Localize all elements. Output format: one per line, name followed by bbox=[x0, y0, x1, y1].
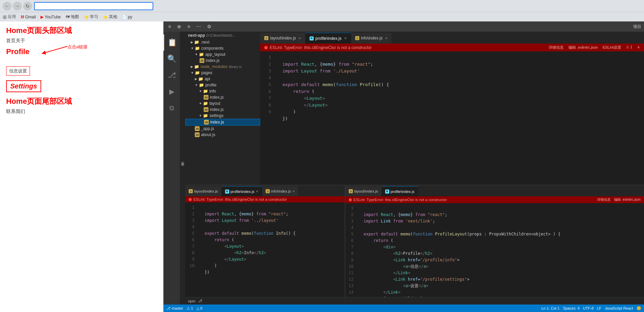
bookmark-other[interactable]: ⭐ 其他 bbox=[103, 14, 117, 20]
tab-icon-profile: R bbox=[310, 36, 314, 40]
bl-tab-label-layout: layout\index.js bbox=[194, 189, 218, 193]
tab-close-layout[interactable]: ✕ bbox=[298, 36, 301, 40]
side-label: 文件夹 bbox=[180, 32, 185, 305]
bookmarks-bar: ⊞ 应用 M Gmail ▶ YouTube 🗺 地图 ⭐ 学习 ⭐ 其他 📄 … bbox=[0, 12, 644, 21]
tree-item-app-layout-index[interactable]: JS index.js bbox=[185, 58, 260, 64]
tab-profile-index[interactable]: R profile\index.js ✕ bbox=[305, 33, 351, 44]
other-label: 其他 bbox=[109, 14, 117, 20]
chevron-down-icon4: ▼ bbox=[195, 83, 198, 87]
tree-item-next[interactable]: ▶ 📁 .next bbox=[185, 39, 260, 45]
bookmark-py[interactable]: 📄 py bbox=[122, 15, 132, 19]
tree-item-info-index[interactable]: JS index.js bbox=[185, 94, 260, 100]
activity-debug[interactable]: ▶ bbox=[163, 83, 180, 100]
feedback-icon[interactable]: 😊 bbox=[637, 306, 641, 311]
bl-code-content[interactable]: 12345678910 import React, {memo} from "r… bbox=[185, 202, 345, 297]
bl-tab-icon-info: J bbox=[266, 189, 270, 193]
lang-status[interactable]: JavaScript React bbox=[605, 306, 633, 310]
next-label: .next bbox=[201, 40, 209, 45]
activity-explorer[interactable]: 📋 bbox=[163, 34, 180, 51]
chevron-right-icon2: ▶ bbox=[191, 65, 193, 68]
main-code-content[interactable]: 1 2 3 4 5 6 7 8 9 import React, {memo} bbox=[260, 51, 644, 185]
settings-folder-icon: 📁 bbox=[203, 113, 208, 118]
tree-item-about[interactable]: JS about.js bbox=[185, 132, 260, 138]
git-branch-status[interactable]: ⎇ master bbox=[166, 306, 183, 311]
bl-tab-info[interactable]: J info\index.js ✕ bbox=[262, 186, 299, 196]
warnings-status[interactable]: △ 0 bbox=[197, 306, 202, 311]
error-action-settings[interactable]: ESLint设置 bbox=[602, 45, 621, 50]
br-tab-icon-profile: R bbox=[385, 190, 389, 194]
error-action-detail[interactable]: 详细信息 bbox=[549, 45, 564, 50]
bookmark-study[interactable]: ⭐ 学习 bbox=[84, 14, 98, 20]
about-label: about.js bbox=[201, 132, 215, 137]
tree-item-layout[interactable]: ▼ 📁 layout bbox=[185, 100, 260, 106]
tree-item-node-modules[interactable]: ▶ 📁 node_modules library rc bbox=[185, 64, 260, 70]
error-action-edit[interactable]: 编辑 .eslintrc.json bbox=[568, 45, 598, 50]
settings-box[interactable]: Settings bbox=[6, 80, 41, 92]
tree-item-app[interactable]: JS _app.js bbox=[185, 126, 260, 132]
bookmark-gmail[interactable]: M Gmail bbox=[21, 15, 36, 19]
info-folder-label: info bbox=[209, 89, 216, 94]
git-icon: ⎇ bbox=[198, 299, 202, 303]
errors-status[interactable]: ⚠ 1 bbox=[187, 306, 193, 311]
bl-tab-layout[interactable]: J layout\index.js bbox=[185, 186, 222, 196]
toolbar-icon-more[interactable]: ⋯ bbox=[194, 23, 203, 30]
js-file-icon: JS bbox=[200, 58, 204, 63]
activity-search[interactable]: 🔍 bbox=[163, 51, 180, 67]
toolbar-icon-split[interactable]: ≡ bbox=[185, 23, 192, 30]
chevron-down-icon2: ▼ bbox=[195, 53, 198, 56]
root-label: next-app bbox=[188, 33, 205, 38]
tree-item-profile[interactable]: ▼ 📁 profile bbox=[185, 82, 260, 88]
layout-folder-icon: 📁 bbox=[203, 101, 208, 106]
tree-item-layout-index[interactable]: JS index.js bbox=[185, 106, 260, 113]
toolbar-icon-new[interactable]: ⊕ bbox=[175, 23, 183, 30]
bookmark-apps[interactable]: ⊞ 应用 bbox=[3, 14, 16, 20]
tab-layout-index[interactable]: J layout\index.js ✕ bbox=[260, 33, 305, 44]
br-tab-layout[interactable]: J layout\index.js bbox=[345, 186, 382, 196]
tree-item-settings-index[interactable]: JS index.js bbox=[185, 119, 260, 126]
tree-item-info[interactable]: ▼ 📁 info bbox=[185, 88, 260, 94]
main-code-editor: J layout\index.js ✕ R profile\index.js ✕… bbox=[260, 32, 644, 185]
tree-item-pages[interactable]: ▼ 📁 pages bbox=[185, 70, 260, 76]
spaces-status[interactable]: Spaces: 4 bbox=[563, 306, 580, 310]
tree-item-settings[interactable]: ▼ 📁 settings bbox=[185, 113, 260, 119]
format-status[interactable]: LF bbox=[597, 306, 601, 310]
bl-tab-close-profile[interactable]: ✕ bbox=[256, 190, 258, 193]
back-button[interactable]: ← bbox=[3, 2, 12, 11]
tree-item-components[interactable]: ▼ 📁 components bbox=[185, 45, 260, 51]
br-error-action-detail[interactable]: 详细信息 bbox=[597, 197, 611, 202]
section2-link[interactable]: 联系我们 bbox=[6, 109, 157, 115]
info-settings-label: 信息设置 bbox=[9, 68, 27, 73]
encoding-status[interactable]: UTF-8 bbox=[583, 306, 594, 310]
bookmark-maps[interactable]: 🗺 地图 bbox=[66, 14, 79, 20]
toolbar-icon-menu[interactable]: ≡ bbox=[166, 23, 173, 30]
bl-tab-profile[interactable]: R profile\index.js ✕ bbox=[222, 186, 262, 196]
tab-info-index[interactable]: J info\index.js ✕ bbox=[351, 33, 392, 44]
toolbar-icon-settings[interactable]: ⚙ bbox=[205, 23, 214, 30]
br-tab-label-layout: layout\index.js bbox=[354, 189, 378, 193]
br-error-action-edit[interactable]: 编辑 .eslintrc.json bbox=[614, 197, 641, 202]
tree-item-app-layout[interactable]: ▼ 📁 app_layout bbox=[185, 51, 260, 58]
file-tree-root[interactable]: next-app D:\CWork\WebSt... bbox=[185, 32, 260, 39]
tab-close-info[interactable]: ✕ bbox=[385, 36, 388, 40]
refresh-button[interactable]: ↻ bbox=[23, 2, 32, 11]
address-bar[interactable]: localhost:3000/profile/settings bbox=[34, 2, 153, 10]
gmail-label: Gmail bbox=[25, 15, 36, 19]
py-label: py bbox=[128, 15, 132, 19]
expand-icon[interactable]: ∧ bbox=[637, 45, 640, 50]
maps-label: 地图 bbox=[71, 14, 79, 20]
tab-close-profile[interactable]: ✕ bbox=[344, 36, 347, 40]
bl-tab-label-info: info\index.js bbox=[271, 189, 291, 193]
line-col-status[interactable]: Ln 1, Col 1 bbox=[541, 306, 560, 310]
br-code-content[interactable]: 1234567891011121314151617 import React, … bbox=[345, 203, 644, 297]
section1-link[interactable]: 首页关于 bbox=[6, 38, 157, 44]
activity-git[interactable]: ⎇ bbox=[163, 67, 180, 83]
forward-button[interactable]: → bbox=[13, 2, 22, 11]
info-settings-box[interactable]: 信息设置 bbox=[6, 66, 30, 76]
br-tab-profile[interactable]: R profile\index.js bbox=[382, 186, 418, 196]
tree-item-api[interactable]: ▶ 📁 api bbox=[185, 76, 260, 82]
bl-tab-close-info[interactable]: ✕ bbox=[292, 190, 295, 193]
pages-label: pages bbox=[201, 70, 213, 75]
bookmark-youtube[interactable]: ▶ YouTube bbox=[41, 15, 61, 19]
bottom-split: J layout\index.js R profile\index.js ✕ J… bbox=[185, 185, 644, 297]
activity-extensions[interactable]: ⧉ bbox=[163, 100, 180, 116]
